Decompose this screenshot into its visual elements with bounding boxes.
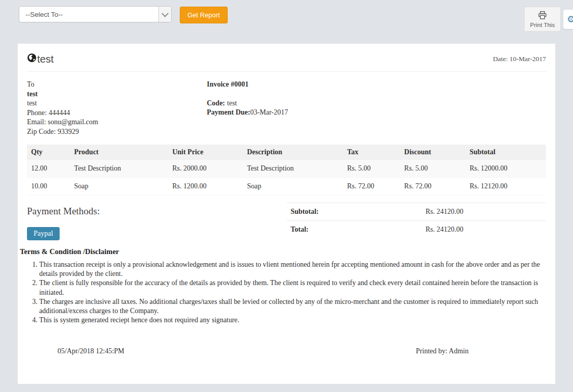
cell-unit-price: Rs. 2000.00 xyxy=(168,160,243,178)
bill-to-block: To test test Phone: 444444 Email: sonu@g… xyxy=(27,80,207,136)
cell-tax: Rs. 5.00 xyxy=(343,160,400,178)
to-name: test xyxy=(27,90,207,99)
terms-title: Terms & Condition /Disclaimer xyxy=(20,247,546,256)
print-this-label: Print This xyxy=(530,22,555,28)
invoice-date: Date: 10-Mar-2017 xyxy=(493,55,546,63)
total-row: Total: Rs. 24120.00 xyxy=(287,221,547,239)
report-select[interactable]: --Select To-- xyxy=(19,6,172,22)
to-line2: test xyxy=(27,99,207,108)
payment-and-totals: Payment Methods: Paypal Subtotal: Rs. 24… xyxy=(27,203,546,240)
invoice-code: Code:test xyxy=(207,99,546,108)
invoice-title-text: test xyxy=(37,53,53,65)
col-description: Description xyxy=(243,145,343,160)
cell-qty: 10.00 xyxy=(27,178,70,195)
cell-description: Soap xyxy=(243,178,343,195)
col-subtotal: Subtotal xyxy=(466,145,546,160)
subtotal-row: Subtotal: Rs. 24120.00 xyxy=(287,203,547,221)
invoice-info: To test test Phone: 444444 Email: sonu@g… xyxy=(27,80,546,136)
printer-icon xyxy=(537,11,548,21)
select-arrow[interactable] xyxy=(158,7,171,22)
invoice-header: test Date: 10-Mar-2017 xyxy=(27,53,546,72)
cell-discount: Rs. 5.00 xyxy=(400,160,466,178)
total-value: Rs. 24120.00 xyxy=(421,221,546,239)
footer-printed-by: Printed by: Admin xyxy=(416,347,469,355)
to-zip: Zip Code: 933929 xyxy=(27,127,207,137)
settings-panel-toggle[interactable]: ⚙ xyxy=(563,10,573,29)
cell-product: Test Description xyxy=(70,160,169,178)
cell-product: Soap xyxy=(70,178,169,195)
terms-list: This transaction receipt is only a provi… xyxy=(20,260,546,325)
code-value: test xyxy=(227,99,237,107)
to-email: Email: sonu@gmail.com xyxy=(27,118,207,127)
to-label: To xyxy=(27,80,207,90)
code-label: Code: xyxy=(207,99,225,107)
total-label: Total: xyxy=(287,221,422,239)
cell-discount: Rs. 72.00 xyxy=(400,178,466,195)
list-item: This transaction receipt is only a provi… xyxy=(39,260,546,278)
col-qty: Qty xyxy=(27,145,70,160)
subtotal-label: Subtotal: xyxy=(287,203,422,221)
globe-icon xyxy=(27,53,37,65)
terms-section: Terms & Condition /Disclaimer This trans… xyxy=(20,247,546,325)
cell-description: Test Description xyxy=(243,160,343,178)
paypal-button[interactable]: Paypal xyxy=(27,227,60,240)
gear-icon: ⚙ xyxy=(567,15,573,24)
invoice-title: test xyxy=(27,53,53,65)
list-item: This is system generated reciept hence d… xyxy=(39,316,546,325)
cell-subtotal: Rs. 12000.00 xyxy=(466,160,546,178)
to-phone: Phone: 444444 xyxy=(27,108,207,118)
report-select-value: --Select To-- xyxy=(25,11,63,18)
payment-due-label: Payment Due: xyxy=(207,108,250,116)
list-item: The charges are inclusive all taxes. No … xyxy=(39,297,546,316)
table-row: 12.00 Test Description Rs. 2000.00 Test … xyxy=(27,160,546,178)
invoice-panel: test Date: 10-Mar-2017 To test test Phon… xyxy=(17,43,556,384)
get-report-button[interactable]: Get Report xyxy=(180,7,228,23)
cell-unit-price: Rs. 1200.00 xyxy=(168,178,243,195)
col-discount: Discount xyxy=(400,145,466,160)
chevron-down-icon xyxy=(161,10,169,17)
subtotal-value: Rs. 24120.00 xyxy=(421,203,546,221)
line-items-table: Qty Product Unit Price Description Tax D… xyxy=(27,145,546,195)
footer-datetime: 05/Apr/2018 12:45:PM xyxy=(58,347,124,355)
payment-due-value: 03-Mar-2017 xyxy=(250,108,288,116)
invoice-number: Invoice #0001 xyxy=(207,80,546,90)
invoice-footer: 05/Apr/2018 12:45:PM Printed by: Admin xyxy=(27,347,546,355)
totals-block: Subtotal: Rs. 24120.00 Total: Rs. 24120.… xyxy=(287,203,547,240)
payment-methods-heading: Payment Methods: xyxy=(27,206,287,217)
col-product: Product xyxy=(70,145,169,160)
print-this-button[interactable]: Print This xyxy=(524,7,561,32)
cell-subtotal: Rs. 12120.00 xyxy=(466,178,546,195)
col-unit-price: Unit Price xyxy=(168,145,243,160)
list-item: The client is fully responsible for the … xyxy=(39,278,546,297)
invoice-details-block: Invoice #0001 Code:test Payment Due:03-M… xyxy=(207,80,546,136)
payment-due: Payment Due:03-Mar-2017 xyxy=(207,108,546,118)
payment-methods-block: Payment Methods: Paypal xyxy=(27,203,287,240)
table-row: 10.00 Soap Rs. 1200.00 Soap Rs. 72.00 Rs… xyxy=(27,178,546,195)
col-tax: Tax xyxy=(343,145,400,160)
table-header-row: Qty Product Unit Price Description Tax D… xyxy=(27,145,546,160)
cell-qty: 12.00 xyxy=(27,160,70,178)
cell-tax: Rs. 72.00 xyxy=(343,178,400,195)
